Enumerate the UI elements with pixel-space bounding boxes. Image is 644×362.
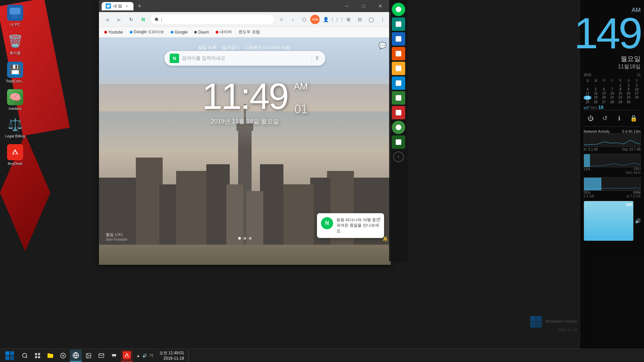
close-button[interactable]: ✕ bbox=[373, 1, 388, 11]
svg-rect-3 bbox=[395, 21, 401, 27]
forward-button[interactable]: ▶ bbox=[114, 14, 124, 25]
cal-day: 16 bbox=[625, 92, 632, 95]
dot-0[interactable] bbox=[238, 237, 241, 240]
taskbar-time: 오전 11:49:01 bbox=[159, 350, 184, 356]
minimize-button[interactable]: ─ bbox=[339, 1, 355, 11]
tray-language[interactable]: 가 bbox=[149, 353, 153, 358]
cal-header-tue: 화 bbox=[600, 78, 608, 83]
nav-settings[interactable]: ⋮ bbox=[377, 14, 388, 25]
taskbar-item-explorer[interactable] bbox=[44, 350, 56, 362]
tray-chevron[interactable]: ▲ bbox=[136, 353, 140, 358]
taskbar-item-anydesk[interactable] bbox=[121, 350, 133, 362]
new-tab-button[interactable]: + bbox=[135, 1, 144, 11]
cal-day: 12 bbox=[592, 92, 599, 95]
legal-icon-label: Legal Billing bbox=[5, 134, 25, 138]
sidebar-add-button[interactable]: + bbox=[393, 152, 404, 162]
lock-button[interactable]: 🔒 bbox=[628, 113, 639, 124]
desktop-icon-legal[interactable]: ⚖️ Legal Billing bbox=[2, 115, 29, 139]
search-mic-icon[interactable]: 🎙 bbox=[315, 55, 320, 61]
back-button[interactable]: ◀ bbox=[102, 14, 112, 25]
desktop-icon-intellect[interactable]: 🧠 Intellect bbox=[2, 88, 29, 112]
bookmark-label-youtube: Youtube bbox=[108, 30, 123, 35]
clock-widget-hour-digit: 1 bbox=[574, 14, 596, 53]
sidebar-app-1[interactable] bbox=[392, 3, 405, 16]
sidebar-app-7[interactable] bbox=[392, 91, 405, 105]
bottom-link-todo[interactable]: 할일 목록 bbox=[198, 45, 217, 51]
maximize-button[interactable]: □ bbox=[356, 1, 371, 11]
ram-widget: 31% RAM 2.4 GB of 7.9 GB bbox=[584, 177, 641, 198]
cal-day: 22 bbox=[616, 96, 624, 100]
nav-icon-tab-manager[interactable]: ⊟ bbox=[355, 14, 365, 25]
nav-icon-more[interactable]: ⋮⋮⋮ bbox=[332, 14, 342, 25]
location-name: 웰일 시티 bbox=[106, 232, 127, 238]
nav-icon-profile[interactable]: 👤 bbox=[320, 14, 331, 25]
refresh-button[interactable]: ↻ bbox=[126, 14, 137, 25]
bookmark-gdrive[interactable]: Google 드라이브 bbox=[127, 28, 167, 36]
sidebar-app-10[interactable] bbox=[392, 135, 405, 149]
cpu-widget: 11% CPU 3401 MHz bbox=[584, 154, 641, 175]
bottom-link-favorites[interactable]: 즐겨찾기 bbox=[222, 45, 239, 51]
desktop-icon-pc[interactable]: 내 PC bbox=[2, 3, 29, 28]
restart-button[interactable]: ↺ bbox=[600, 113, 610, 124]
browser-tab-active[interactable]: 새 탭 ✕ bbox=[102, 2, 133, 10]
dot-2[interactable] bbox=[249, 237, 252, 240]
volume-fill bbox=[584, 201, 633, 241]
taskbar-item-browser[interactable] bbox=[70, 350, 82, 362]
sidebar-app-4[interactable] bbox=[392, 47, 405, 60]
taskbar-item-settings[interactable] bbox=[57, 350, 69, 362]
cpu-label: CPU bbox=[634, 167, 641, 171]
desktop-icon-anydesk[interactable]: AnyDesk bbox=[2, 143, 29, 167]
dot-1[interactable] bbox=[244, 237, 246, 240]
tab-area: 새 탭 ✕ + bbox=[102, 1, 338, 11]
notification-close-button[interactable]: ✕ bbox=[377, 216, 381, 221]
nav-icon-split[interactable]: ⊞ bbox=[343, 14, 354, 25]
nav-icon-account[interactable]: ◯ bbox=[366, 14, 377, 25]
sidebar-app-9[interactable] bbox=[392, 121, 405, 134]
bookmark-daum[interactable]: Daum bbox=[192, 29, 212, 35]
svg-point-20 bbox=[22, 353, 26, 357]
right-sidebar: + bbox=[389, 0, 408, 261]
sidebar-app-3[interactable] bbox=[392, 32, 405, 46]
cal-week-day: Mon bbox=[591, 106, 597, 110]
cal-day: 19 bbox=[592, 96, 599, 100]
yab-badge[interactable]: YAB bbox=[310, 15, 320, 24]
sidebar-app-2[interactable] bbox=[392, 17, 405, 31]
power-button[interactable]: ⏻ bbox=[585, 113, 596, 124]
tab-close-button[interactable]: ✕ bbox=[124, 3, 129, 9]
sidebar-app-6[interactable] bbox=[392, 76, 405, 90]
sidebar-app-5[interactable] bbox=[392, 62, 405, 75]
cpu-freq: 3401 MHz bbox=[584, 171, 641, 175]
bookmark-naver[interactable]: 네이버 bbox=[213, 28, 234, 36]
bookmark-winforum[interactable]: 윈도우 포럼 bbox=[236, 28, 262, 36]
cal-day: 14 bbox=[608, 92, 616, 95]
show-desktop-button[interactable] bbox=[188, 350, 190, 362]
start-button[interactable] bbox=[1, 350, 18, 362]
taskbar-item-search[interactable] bbox=[19, 350, 31, 362]
info-button[interactable]: ℹ bbox=[614, 113, 625, 124]
volume-icon[interactable]: 🔊 bbox=[635, 218, 641, 224]
bookmark-youtube[interactable]: Youtube bbox=[102, 29, 126, 35]
taskbar-clock[interactable]: 오전 11:49:01 2019-11-18 bbox=[157, 350, 187, 361]
tray-volume-icon[interactable]: 🔊 bbox=[142, 353, 147, 358]
search-input-area[interactable]: 검색어를 입력하세요 bbox=[182, 55, 309, 61]
nav-icon-download[interactable]: ↓ bbox=[287, 14, 298, 25]
taskbar-item-photos[interactable] bbox=[83, 350, 95, 362]
taskbar-item-store[interactable] bbox=[108, 350, 120, 362]
trash-icon: 🗑️ bbox=[7, 33, 23, 49]
address-bar[interactable]: | bbox=[150, 14, 275, 25]
cal-day: 24 bbox=[633, 96, 641, 100]
search-bar[interactable]: N 검색어를 입력하세요 🎙 bbox=[164, 51, 325, 66]
bookmark-google[interactable]: Google bbox=[168, 29, 191, 35]
calendar-header: 일 월 화 수 목 금 토 bbox=[584, 78, 641, 83]
taskbar-item-mail[interactable] bbox=[95, 350, 107, 362]
chat-icon[interactable]: 💬 bbox=[378, 42, 387, 50]
desktop-icon-totalcommander[interactable]: 💾 TotalCom... bbox=[2, 60, 29, 84]
taskbar-item-task-view[interactable] bbox=[32, 350, 44, 362]
desktop-icon-trash[interactable]: 🗑️ 휴지통 bbox=[2, 32, 29, 57]
bookmark-label-gdrive: Google 드라이브 bbox=[134, 29, 164, 35]
bottom-link-article[interactable]: 1 한혜연 다이어트 비법 bbox=[245, 45, 290, 51]
sidebar-app-8[interactable] bbox=[392, 106, 405, 119]
nav-icon-extension[interactable]: ⬡ bbox=[299, 14, 310, 25]
nav-icon-n[interactable]: N bbox=[138, 14, 149, 25]
nav-icon-bookmark[interactable]: ☆ bbox=[276, 14, 287, 25]
